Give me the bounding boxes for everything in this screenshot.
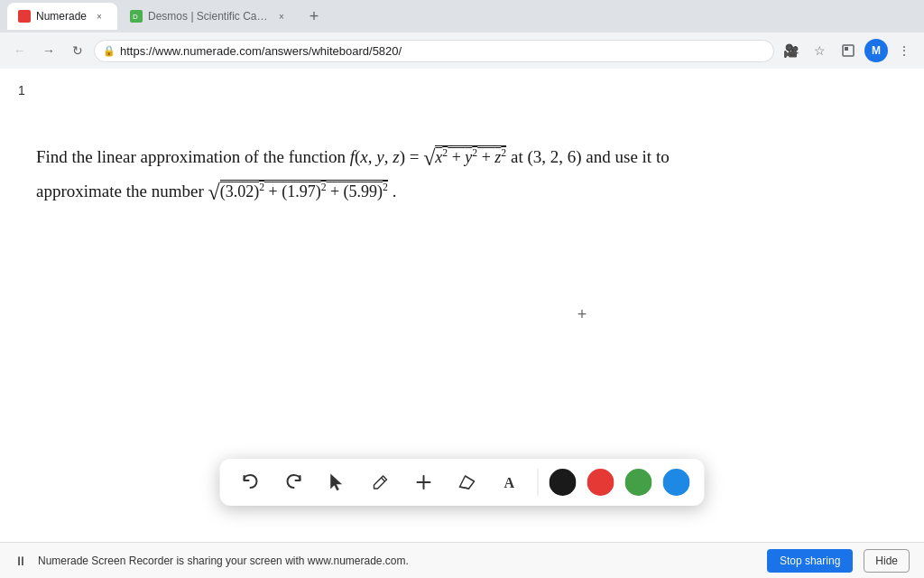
color-red-button[interactable] bbox=[587, 469, 614, 496]
tab-numerade-close[interactable]: × bbox=[92, 9, 106, 23]
color-green-button[interactable] bbox=[625, 469, 652, 496]
svg-line-9 bbox=[460, 487, 469, 489]
pen-tool-button[interactable] bbox=[365, 466, 397, 499]
canvas-cursor: + bbox=[578, 305, 587, 324]
svg-text:D: D bbox=[133, 13, 138, 21]
tab-numerade[interactable]: Numerade × bbox=[7, 3, 117, 30]
page-content: 1 Find the linear approximation of the f… bbox=[0, 69, 924, 542]
page-number: 1 bbox=[18, 83, 25, 98]
bookmark-icon[interactable]: ☆ bbox=[807, 38, 832, 63]
tab-view-icon[interactable] bbox=[836, 38, 861, 63]
screen-recorder-bar: ⏸ Numerade Screen Recorder is sharing yo… bbox=[0, 542, 924, 578]
svg-marker-4 bbox=[331, 474, 342, 490]
lock-icon: 🔒 bbox=[103, 45, 116, 57]
drawing-toolbar: A bbox=[220, 459, 705, 506]
menu-icon[interactable]: ⋮ bbox=[892, 38, 917, 63]
svg-text:A: A bbox=[504, 475, 515, 490]
math-approx-expression: √(3.02)2 + (1.97)2 + (5.99)2 bbox=[208, 175, 387, 210]
tab-desmos-close[interactable]: × bbox=[274, 9, 289, 23]
recorder-pause-icon: ⏸ bbox=[14, 554, 27, 568]
math-content: Find the linear approximation of the fun… bbox=[0, 69, 924, 247]
redo-button[interactable] bbox=[278, 466, 310, 499]
math-period: . bbox=[393, 182, 397, 200]
toolbar-divider bbox=[538, 469, 539, 496]
tab-desmos[interactable]: D Desmos | Scientific Calculator × bbox=[119, 3, 300, 30]
address-input[interactable]: https://www.numerade.com/answers/whitebo… bbox=[94, 40, 774, 62]
svg-line-5 bbox=[382, 478, 385, 481]
recorder-message: Numerade Screen Recorder is sharing your… bbox=[38, 555, 756, 567]
hide-button[interactable]: Hide bbox=[864, 549, 910, 573]
cursor-tool-button[interactable] bbox=[321, 466, 354, 499]
browser-chrome: Numerade × D Desmos | Scientific Calcula… bbox=[0, 0, 924, 69]
profile-avatar[interactable]: M bbox=[864, 39, 888, 62]
undo-button[interactable] bbox=[235, 466, 267, 499]
back-button[interactable]: ← bbox=[7, 38, 32, 63]
refresh-button[interactable]: ↻ bbox=[65, 38, 90, 63]
forward-button[interactable]: → bbox=[36, 38, 61, 63]
eraser-tool-button[interactable] bbox=[451, 466, 484, 499]
color-black-button[interactable] bbox=[550, 469, 577, 496]
math-prefix-text: Find the linear approximation of the fun… bbox=[36, 147, 350, 166]
svg-rect-3 bbox=[845, 47, 848, 51]
math-approx-prefix: approximate the number bbox=[36, 182, 208, 200]
text-tool-button[interactable]: A bbox=[494, 466, 527, 499]
cast-icon[interactable]: 🎥 bbox=[778, 38, 803, 63]
math-sqrt-expression: √x2 + y2 + z2 bbox=[423, 141, 506, 175]
address-wrapper: 🔒 https://www.numerade.com/answers/white… bbox=[94, 40, 774, 62]
add-tool-button[interactable] bbox=[408, 466, 440, 499]
stop-sharing-button[interactable]: Stop sharing bbox=[767, 549, 853, 573]
color-blue-button[interactable] bbox=[663, 469, 690, 496]
math-middle-text: at (3, 2, 6) and use it to bbox=[511, 147, 670, 166]
address-bar: ← → ↻ 🔒 https://www.numerade.com/answers… bbox=[0, 33, 924, 69]
tab-numerade-title: Numerade bbox=[36, 10, 87, 23]
tab-desmos-title: Desmos | Scientific Calculator bbox=[148, 10, 269, 23]
browser-toolbar-icons: 🎥 ☆ M ⋮ bbox=[778, 38, 917, 63]
tab-bar: Numerade × D Desmos | Scientific Calcula… bbox=[0, 0, 924, 33]
desmos-favicon: D bbox=[130, 10, 143, 23]
numerade-favicon bbox=[18, 10, 31, 23]
new-tab-button[interactable]: + bbox=[301, 4, 327, 29]
